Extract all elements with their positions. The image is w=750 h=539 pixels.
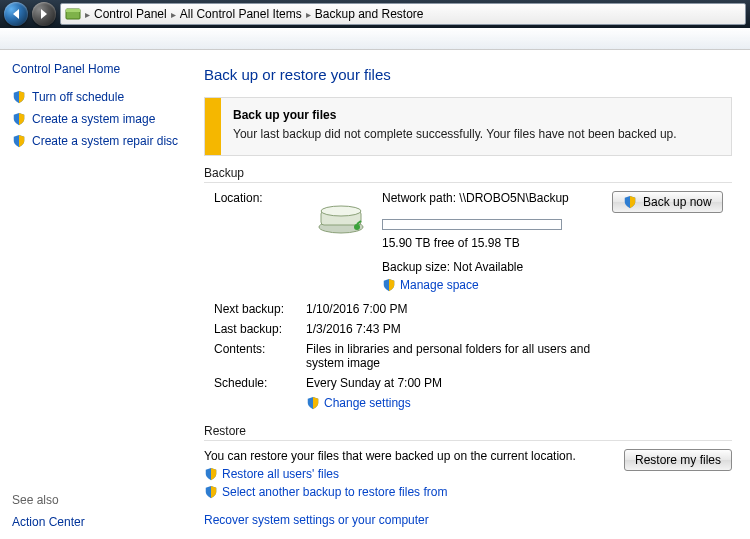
shield-icon — [12, 134, 26, 148]
shield-icon — [204, 485, 218, 499]
breadcrumb-separator: ▸ — [169, 9, 178, 20]
restore-section-heading: Restore — [204, 424, 732, 441]
backup-now-label: Back up now — [643, 195, 712, 209]
titlebar: ▸ Control Panel ▸ All Control Panel Item… — [0, 0, 750, 28]
warning-banner: Back up your files Your last backup did … — [204, 97, 732, 156]
content-pane: Back up or restore your files Back up yo… — [196, 50, 750, 539]
breadcrumb[interactable]: ▸ Control Panel ▸ All Control Panel Item… — [60, 3, 746, 25]
schedule-label: Schedule: — [204, 376, 300, 390]
restore-all-users-link[interactable]: Restore all users' files — [222, 467, 339, 481]
shield-icon — [623, 195, 637, 209]
path-icon — [65, 6, 81, 22]
sidebar-task-label: Turn off schedule — [32, 88, 124, 106]
change-settings-link[interactable]: Change settings — [324, 396, 411, 410]
next-backup-label: Next backup: — [204, 302, 300, 316]
backup-now-button[interactable]: Back up now — [612, 191, 723, 213]
sidebar: Control Panel Home Turn off schedule Cre… — [0, 50, 196, 539]
sidebar-task-label: Create a system repair disc — [32, 132, 178, 150]
restore-my-files-label: Restore my files — [635, 453, 721, 467]
shield-icon — [382, 278, 396, 292]
backup-size-value: Backup size: Not Available — [382, 254, 606, 274]
last-backup-value: 1/3/2016 7:43 PM — [306, 322, 606, 336]
svg-rect-1 — [66, 9, 80, 12]
warning-stripe — [205, 98, 221, 155]
breadcrumb-separator: ▸ — [83, 9, 92, 20]
warning-title: Back up your files — [233, 108, 707, 122]
sidebar-home-link[interactable]: Control Panel Home — [12, 62, 188, 76]
next-backup-value: 1/10/2016 7:00 PM — [306, 302, 606, 316]
shield-icon — [306, 396, 320, 410]
sidebar-task-create-repair-disc[interactable]: Create a system repair disc — [12, 132, 188, 150]
nav-forward-button[interactable] — [32, 2, 56, 26]
breadcrumb-item[interactable]: Backup and Restore — [315, 7, 424, 21]
location-label: Location: — [204, 191, 300, 274]
manage-space-link[interactable]: Manage space — [400, 278, 479, 292]
shield-icon — [204, 467, 218, 481]
breadcrumb-item[interactable]: All Control Panel Items — [180, 7, 302, 21]
shield-icon — [12, 112, 26, 126]
schedule-value: Every Sunday at 7:00 PM — [306, 376, 606, 390]
restore-my-files-button[interactable]: Restore my files — [624, 449, 732, 471]
select-another-backup-link[interactable]: Select another backup to restore files f… — [222, 485, 447, 499]
breadcrumb-separator: ▸ — [304, 9, 313, 20]
drive-icon — [306, 191, 376, 274]
free-space-value: 15.90 TB free of 15.98 TB — [382, 236, 606, 250]
recover-system-link[interactable]: Recover system settings or your computer — [204, 513, 429, 527]
space-progress-bar — [382, 219, 562, 230]
sidebar-task-turn-off-schedule[interactable]: Turn off schedule — [12, 88, 188, 106]
backup-section-heading: Backup — [204, 166, 732, 183]
page-title: Back up or restore your files — [204, 66, 732, 83]
restore-description: You can restore your files that were bac… — [204, 449, 614, 463]
network-path-value: Network path: \\DROBO5N\Backup — [382, 191, 606, 213]
nav-back-button[interactable] — [4, 2, 28, 26]
warning-text: Your last backup did not complete succes… — [233, 126, 707, 143]
contents-label: Contents: — [204, 342, 300, 370]
sidebar-task-create-system-image[interactable]: Create a system image — [12, 110, 188, 128]
svg-point-4 — [321, 206, 361, 216]
svg-point-5 — [354, 224, 360, 230]
contents-value: Files in libraries and personal folders … — [306, 342, 606, 370]
last-backup-label: Last backup: — [204, 322, 300, 336]
sidebar-task-label: Create a system image — [32, 110, 155, 128]
breadcrumb-item[interactable]: Control Panel — [94, 7, 167, 21]
seealso-action-center[interactable]: Action Center — [12, 513, 188, 531]
toolbar-ribbon — [0, 28, 750, 50]
see-also-heading: See also — [12, 493, 188, 507]
shield-icon — [12, 90, 26, 104]
